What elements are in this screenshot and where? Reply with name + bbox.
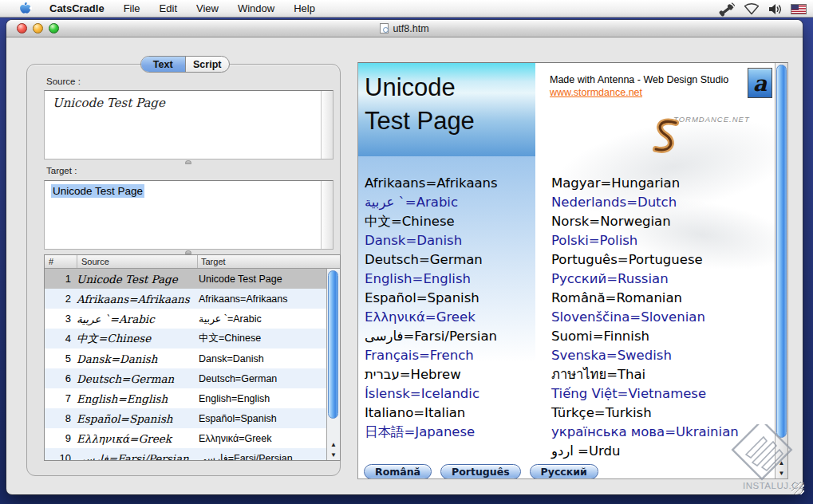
menu-bar: CatsCradle FileEditViewWindowHelp [0, 0, 813, 18]
language-button-română[interactable]: Română [364, 464, 432, 479]
row-source-cell[interactable]: Deutsch=German [77, 372, 195, 385]
language-entry: Norsk=Norwegian [551, 212, 739, 231]
language-entry: Русский=Russian [551, 270, 739, 289]
menu-item-edit[interactable]: Edit [150, 0, 187, 18]
stormdance-link[interactable]: www.stormdance.net [550, 87, 642, 98]
row-target-cell[interactable]: Ελληνικά=Greek [195, 433, 326, 444]
row-number: 7 [45, 392, 77, 404]
row-source-cell[interactable]: 中文=Chinese [77, 332, 195, 346]
table-row[interactable]: 8Español=SpanishEspañol=Spanish [45, 408, 326, 428]
language-entry: Íslensk=Icelandic [365, 384, 498, 404]
target-scrollbar[interactable] [321, 181, 333, 249]
tab-script[interactable]: Script [186, 57, 230, 72]
row-target-cell[interactable]: عربية `=Arabic [195, 313, 326, 325]
row-target-cell[interactable]: Unicode Test Page [195, 274, 326, 285]
html-preview-pane: Unicode Test Page Made with Antenna - We… [357, 62, 788, 479]
scroll-up-arrow-icon[interactable]: ▲ [779, 459, 785, 467]
row-source-cell[interactable]: Español=Spanish [77, 412, 195, 425]
row-source-cell[interactable]: Ελληνικά=Greek [77, 432, 195, 445]
tab-text[interactable]: Text [141, 57, 186, 72]
language-entry: عربية `=Arabic [365, 193, 498, 212]
language-entry: ภาษาไทย=Thai [551, 365, 739, 384]
volume-icon[interactable] [768, 2, 783, 16]
row-target-cell[interactable]: فارسی=Farsi/Persian [195, 452, 326, 460]
credit-text: Made with Antenna - Web Design Studio [550, 74, 728, 85]
table-row[interactable]: 2Afrikaans=AfrikaansAfrikaans=Afrikaans [45, 289, 326, 309]
source-text: Unicode Test Page [45, 91, 333, 110]
row-target-cell[interactable]: Dansk=Danish [195, 353, 326, 364]
row-source-cell[interactable]: فارسی=Farsi/Persian [77, 452, 195, 461]
table-row[interactable]: 6Deutsch=GermanDeutsch=German [45, 368, 326, 388]
minimize-button[interactable] [33, 23, 43, 33]
language-entry: Dansk=Danish [365, 231, 498, 250]
table-row[interactable]: 5Dansk=DanishDansk=Danish [45, 348, 326, 368]
language-entry: Español=Spanish [365, 289, 498, 308]
scroll-down-arrow-icon[interactable]: ▼ [330, 451, 337, 459]
row-target-cell[interactable]: 中文=Chinese [195, 332, 326, 345]
table-body: 1Unicode Test PageUnicode Test Page2Afri… [45, 269, 326, 460]
zoom-button[interactable] [49, 23, 59, 33]
language-list-left: Afrikaans=Afrikaansعربية `=Arabic中文=Chin… [365, 174, 498, 442]
language-entry: Nederlands=Dutch [551, 193, 739, 212]
source-scrollbar[interactable] [321, 91, 333, 159]
scroll-down-arrow-icon[interactable]: ▼ [779, 470, 785, 477]
table-row[interactable]: 1Unicode Test PageUnicode Test Page [45, 269, 326, 289]
text-script-tab-control: Text Script [140, 56, 230, 73]
document-proxy-icon[interactable] [380, 23, 389, 33]
table-row[interactable]: 4中文=Chinese中文=Chinese [45, 329, 326, 348]
col-header-num[interactable]: # [49, 257, 53, 266]
segments-table: # Source Target 1Unicode Test PageUnicod… [44, 254, 341, 461]
target-label: Target : [46, 166, 77, 175]
language-entry: Português=Portuguese [551, 250, 739, 270]
menu-item-help[interactable]: Help [284, 0, 325, 18]
keyboard-us-flag-icon[interactable] [791, 4, 807, 14]
menu-item-view[interactable]: View [187, 0, 228, 18]
language-entry: Română=Romanian [551, 289, 739, 308]
row-source-cell[interactable]: Afrikaans=Afrikaans [77, 293, 195, 305]
language-entry: 中文=Chinese [365, 212, 498, 231]
target-textarea[interactable]: Unicode Test Page [44, 180, 333, 250]
row-target-cell[interactable]: English=English [195, 393, 326, 404]
source-textarea[interactable]: Unicode Test Page [44, 90, 333, 159]
row-target-cell[interactable]: Deutsch=German [195, 373, 326, 384]
preview-scrollbar[interactable]: ▲ ▼ [775, 63, 787, 478]
window-resize-grip[interactable] [791, 482, 804, 494]
language-entry: Tiếng Việt=Vietnamese [551, 384, 739, 404]
row-source-cell[interactable]: English=English [77, 392, 195, 405]
close-button[interactable] [17, 23, 27, 33]
modem-phone-icon[interactable] [718, 2, 736, 17]
splitter-handle-top[interactable] [185, 160, 191, 164]
scroll-up-arrow-icon[interactable]: ▲ [330, 441, 337, 448]
table-row[interactable]: 10فارسی=Farsi/Persianفارسی=Farsi/Persian [45, 448, 326, 460]
language-button-português[interactable]: Português [440, 464, 521, 479]
target-text-selected: Unicode Test Page [51, 184, 144, 198]
row-target-cell[interactable]: Afrikaans=Afrikaans [195, 293, 326, 305]
table-row[interactable]: 3عربية `=Arabicعربية `=Arabic [45, 309, 326, 329]
col-header-source[interactable]: Source [81, 257, 109, 266]
col-header-target[interactable]: Target [201, 257, 226, 266]
row-number: 1 [45, 273, 77, 285]
row-source-cell[interactable]: Unicode Test Page [77, 273, 195, 285]
airport-signal-icon[interactable] [743, 2, 760, 16]
apple-menu-icon[interactable] [18, 2, 32, 15]
window-title-bar[interactable]: utf8.htm [6, 20, 803, 37]
table-scrollbar[interactable]: ▲ ▼ [326, 269, 340, 460]
language-entry: اردو =Urdu [551, 442, 739, 461]
preview-scrollbar-thumb[interactable] [776, 65, 787, 438]
language-entry: עברית=Hebrew [365, 365, 498, 384]
menu-item-window[interactable]: Window [228, 0, 284, 18]
row-source-cell[interactable]: Dansk=Danish [77, 352, 195, 365]
menu-app-name[interactable]: CatsCradle [40, 0, 114, 18]
row-number: 4 [45, 333, 77, 345]
row-target-cell[interactable]: Español=Spanish [195, 413, 326, 424]
table-row[interactable]: 9Ελληνικά=GreekΕλληνικά=Greek [45, 428, 326, 448]
language-button-русский[interactable]: Русский [530, 464, 598, 479]
row-source-cell[interactable]: عربية `=Arabic [77, 313, 195, 325]
table-scrollbar-thumb[interactable] [328, 270, 338, 419]
table-header[interactable]: # Source Target [45, 255, 340, 269]
menu-item-file[interactable]: File [114, 0, 150, 18]
row-number: 10 [45, 452, 77, 460]
language-entry: Slovenščina=Slovenian [551, 308, 739, 327]
table-row[interactable]: 7English=EnglishEnglish=English [45, 388, 326, 408]
source-label: Source : [46, 77, 81, 86]
